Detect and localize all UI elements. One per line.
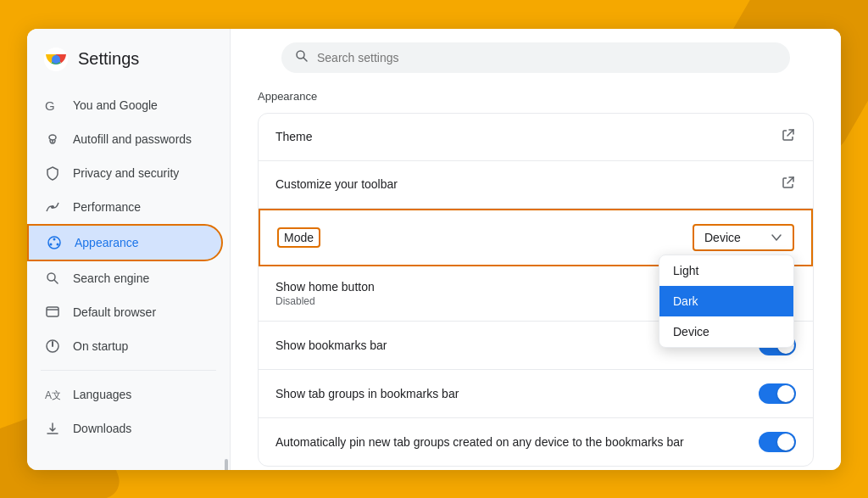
toolbar-row: Customize your toolbar (259, 161, 813, 209)
autofill-icon (44, 131, 61, 148)
mode-label: Mode (277, 227, 320, 248)
mode-dropdown-menu: Light Dark Device (659, 255, 794, 348)
languages-icon: A文 (44, 386, 61, 403)
svg-point-4 (49, 135, 56, 140)
appearance-section-title: Appearance (258, 90, 814, 103)
search-engine-icon (44, 270, 61, 287)
svg-point-2 (52, 55, 60, 64)
you-google-icon: G (44, 97, 61, 114)
svg-point-9 (57, 243, 59, 245)
theme-external-link-icon[interactable] (781, 127, 796, 147)
browser-window: Settings G You and Google Autofill and p… (27, 29, 841, 470)
dropdown-option-dark[interactable]: Dark (659, 286, 793, 316)
home-button-sublabel: Disabled (275, 295, 375, 307)
home-button-label: Show home button (275, 280, 375, 294)
sidebar-item-privacy[interactable]: Privacy and security (27, 156, 223, 190)
svg-line-22 (787, 177, 793, 183)
theme-label: Theme (275, 130, 313, 143)
mode-row: Mode Device Light Dark Device (259, 209, 813, 266)
svg-text:A文: A文 (45, 389, 60, 401)
tab-groups-toggle[interactable] (759, 383, 796, 404)
svg-rect-13 (47, 307, 58, 316)
sidebar-item-default-browser[interactable]: Default browser (27, 295, 223, 329)
auto-pin-row: Automatically pin new tab groups created… (259, 418, 813, 466)
privacy-icon (44, 165, 61, 182)
toolbar-label: Customize your toolbar (275, 177, 398, 191)
svg-line-21 (787, 130, 793, 136)
chrome-logo-icon (44, 48, 68, 71)
dropdown-chevron-icon (771, 232, 782, 243)
toolbar-external-link-icon[interactable] (781, 175, 796, 194)
svg-point-10 (50, 243, 53, 245)
mode-dropdown-value: Device (704, 231, 741, 244)
default-browser-icon (44, 304, 61, 321)
bookmarks-bar-label: Show bookmarks bar (275, 339, 387, 352)
dropdown-option-light[interactable]: Light (659, 255, 793, 286)
sidebar-item-appearance[interactable]: Appearance (27, 224, 223, 261)
auto-pin-toggle[interactable] (759, 432, 796, 452)
sidebar: Settings G You and Google Autofill and p… (27, 29, 231, 470)
sidebar-item-on-startup[interactable]: On startup (27, 329, 223, 363)
sidebar-scrollbar[interactable] (223, 449, 230, 470)
auto-pin-label: Automatically pin new tab groups created… (275, 435, 684, 449)
theme-row: Theme (259, 114, 813, 161)
svg-text:G: G (45, 98, 55, 113)
search-input[interactable] (317, 51, 776, 64)
search-bar-icon (295, 49, 309, 66)
sidebar-item-performance[interactable]: Performance (27, 190, 223, 224)
sidebar-item-search-engine[interactable]: Search engine (27, 261, 223, 295)
svg-point-8 (53, 238, 56, 240)
main-content: Appearance Theme Customize your toolbar (231, 29, 841, 470)
performance-icon (44, 199, 61, 215)
sidebar-item-languages[interactable]: A文 Languages (27, 378, 223, 411)
svg-point-6 (51, 205, 54, 209)
svg-line-12 (54, 280, 58, 283)
sidebar-item-downloads[interactable]: Downloads (27, 411, 223, 445)
sidebar-divider (41, 370, 216, 371)
downloads-icon (44, 420, 61, 437)
dropdown-option-device[interactable]: Device (659, 316, 793, 347)
sidebar-header: Settings (27, 29, 230, 85)
svg-line-20 (303, 58, 307, 61)
sidebar-item-autofill[interactable]: Autofill and passwords (27, 122, 223, 156)
sidebar-nav: G You and Google Autofill and passwords (27, 85, 230, 449)
mode-dropdown-button[interactable]: Device (693, 224, 794, 251)
search-bar-container (231, 29, 841, 83)
home-button-text: Show home button Disabled (275, 280, 375, 307)
mode-dropdown-wrapper: Device Light Dark Device (693, 224, 794, 251)
content-area: Appearance Theme Customize your toolbar (231, 83, 841, 470)
tab-groups-label: Show tab groups in bookmarks bar (275, 387, 459, 400)
tab-groups-row: Show tab groups in bookmarks bar (259, 370, 813, 418)
appearance-icon (46, 234, 63, 251)
sidebar-item-you-google[interactable]: G You and Google (27, 88, 223, 122)
sidebar-title: Settings (78, 49, 139, 69)
on-startup-icon (44, 338, 61, 355)
search-bar (281, 42, 790, 73)
settings-card: Theme Customize your toolbar (258, 113, 814, 467)
